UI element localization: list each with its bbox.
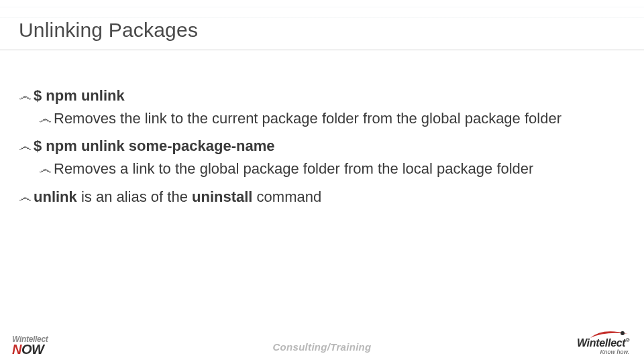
registered-mark: ® xyxy=(625,337,629,343)
bullet-2-command: ෴$ npm unlink some-package-name xyxy=(19,136,612,156)
logo-wintellect: Wintellect® Know how. xyxy=(577,330,629,355)
bullet-icon: ෴ xyxy=(19,87,34,105)
bullet-icon: ෴ xyxy=(19,137,34,156)
bullet-icon: ෴ xyxy=(19,188,34,206)
footer-center-text: Consulting/Training xyxy=(272,341,371,353)
bullet-2-desc-text: Removes a link to the global package fol… xyxy=(54,160,533,177)
bullet-3-alias-note: ෴unlink is an alias of the uninstall com… xyxy=(19,187,612,207)
logo-wintellect-now: Wintellect NOW xyxy=(12,336,48,355)
bullet-2-description: ෴Removes a link to the global package fo… xyxy=(19,159,612,179)
logo-right-tagline: Know how. xyxy=(577,349,629,355)
bullet-1-cmd-text: $ npm unlink xyxy=(34,87,125,104)
alias-post-text: command xyxy=(252,188,321,205)
slide-body: ෴$ npm unlink ෴Removes the link to the c… xyxy=(19,86,612,209)
footer: Wintellect NOW Consulting/Training Winte… xyxy=(0,327,644,362)
svg-point-0 xyxy=(621,331,625,335)
bullet-1-description: ෴Removes the link to the current package… xyxy=(19,109,612,129)
alias-mid-text: is an alias of the xyxy=(77,188,192,205)
alias-uninstall-word: uninstall xyxy=(192,188,252,205)
bullet-1-desc-text: Removes the link to the current package … xyxy=(54,110,561,127)
slide-title: Unlinking Packages xyxy=(19,19,198,42)
logo-right-brand-text: Wintellect xyxy=(577,337,625,349)
bullet-1-command: ෴$ npm unlink xyxy=(19,86,612,106)
logo-left-now: NOW xyxy=(12,343,48,355)
alias-unlink-word: unlink xyxy=(34,188,77,205)
bullet-block-2: ෴$ npm unlink some-package-name ෴Removes… xyxy=(19,136,612,178)
bullet-icon: ෴ xyxy=(39,110,54,128)
bullet-icon: ෴ xyxy=(39,160,54,178)
bullet-2-cmd-text: $ npm unlink some-package-name xyxy=(34,137,274,154)
bullet-block-1: ෴$ npm unlink ෴Removes the link to the c… xyxy=(19,86,612,128)
title-underline xyxy=(0,50,644,50)
logo-right-brand: Wintellect® xyxy=(577,337,629,349)
